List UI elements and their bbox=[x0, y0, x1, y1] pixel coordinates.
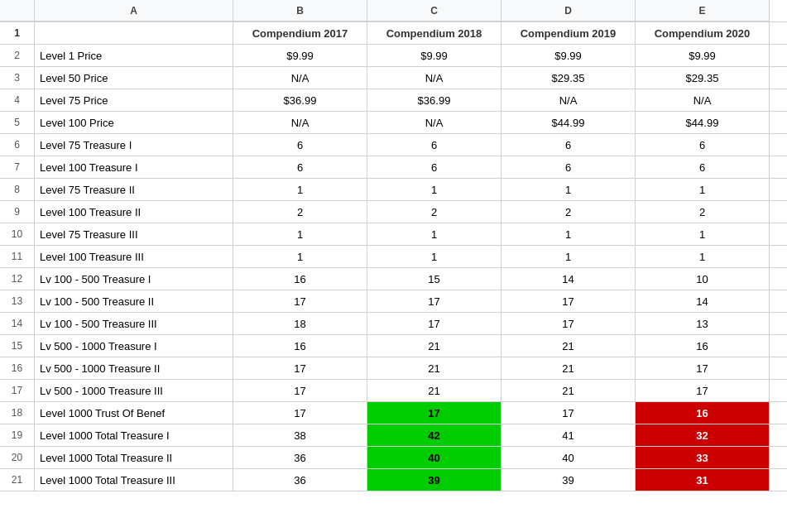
cell-e-2: $9.99 bbox=[636, 45, 770, 66]
cell-e-15: 16 bbox=[636, 335, 770, 357]
col-letter-col-a: A bbox=[35, 0, 233, 22]
table-row: 8Level 75 Treasure II1111 bbox=[0, 179, 787, 201]
cell-a-15: Lv 500 - 1000 Treasure I bbox=[35, 335, 233, 357]
cell-b-21: 36 bbox=[233, 469, 367, 491]
table-row: 4Level 75 Price$36.99$36.99N/AN/A bbox=[0, 89, 787, 112]
cell-d-1: Compendium 2019 bbox=[501, 22, 636, 44]
cell-c-4: $36.99 bbox=[367, 89, 501, 111]
cell-e-1: Compendium 2020 bbox=[636, 22, 770, 44]
cell-b-12: 16 bbox=[233, 268, 367, 290]
row-number: 6 bbox=[0, 134, 35, 156]
col-letter-col-row-num bbox=[0, 0, 35, 22]
cell-c-7: 6 bbox=[367, 156, 501, 178]
table-row: 1Compendium 2017Compendium 2018Compendiu… bbox=[0, 22, 787, 45]
cell-d-8: 1 bbox=[501, 179, 636, 200]
cell-a-5: Level 100 Price bbox=[35, 112, 233, 133]
table-row: 16Lv 500 - 1000 Treasure II17212117 bbox=[0, 357, 787, 380]
row-number: 17 bbox=[0, 380, 35, 401]
row-number: 8 bbox=[0, 179, 35, 200]
cell-c-19: 42 bbox=[367, 424, 501, 446]
row-number: 10 bbox=[0, 223, 35, 245]
cell-e-12: 10 bbox=[636, 268, 770, 290]
cell-c-6: 6 bbox=[367, 134, 501, 156]
row-number: 4 bbox=[0, 89, 35, 111]
row-number: 3 bbox=[0, 67, 35, 89]
cell-b-6: 6 bbox=[233, 134, 367, 156]
cell-b-1: Compendium 2017 bbox=[233, 22, 367, 44]
cell-b-3: N/A bbox=[233, 67, 367, 89]
cell-d-15: 21 bbox=[501, 335, 636, 357]
cell-d-11: 1 bbox=[501, 246, 636, 267]
cell-b-9: 2 bbox=[233, 201, 367, 223]
cell-d-3: $29.35 bbox=[501, 67, 636, 89]
table-row: 5Level 100 PriceN/AN/A$44.99$44.99 bbox=[0, 112, 787, 134]
row-number: 1 bbox=[0, 22, 35, 44]
cell-e-14: 13 bbox=[636, 313, 770, 334]
row-number: 15 bbox=[0, 335, 35, 357]
cell-e-10: 1 bbox=[636, 223, 770, 245]
cell-c-16: 21 bbox=[367, 357, 501, 379]
table-row: 11Level 100 Treasure III1111 bbox=[0, 246, 787, 268]
cell-a-1 bbox=[35, 22, 233, 44]
col-letter-col-d: D bbox=[501, 0, 636, 22]
cell-a-19: Level 1000 Total Treasure I bbox=[35, 424, 233, 446]
row-number: 20 bbox=[0, 447, 35, 468]
cell-d-20: 40 bbox=[501, 447, 636, 468]
col-letter-col-c: C bbox=[367, 0, 501, 22]
table-row: 10Level 75 Treasure III1111 bbox=[0, 223, 787, 246]
row-number: 12 bbox=[0, 268, 35, 290]
cell-c-14: 17 bbox=[367, 313, 501, 334]
cell-a-18: Level 1000 Trust Of Benef bbox=[35, 402, 233, 424]
cell-b-5: N/A bbox=[233, 112, 367, 133]
cell-c-17: 21 bbox=[367, 380, 501, 401]
table-row: 15Lv 500 - 1000 Treasure I16212116 bbox=[0, 335, 787, 357]
row-number: 5 bbox=[0, 112, 35, 133]
cell-d-12: 14 bbox=[501, 268, 636, 290]
cell-a-7: Level 100 Treasure I bbox=[35, 156, 233, 178]
cell-c-15: 21 bbox=[367, 335, 501, 357]
cell-e-21: 31 bbox=[636, 469, 770, 491]
cell-c-20: 40 bbox=[367, 447, 501, 468]
row-number: 7 bbox=[0, 156, 35, 178]
cell-c-5: N/A bbox=[367, 112, 501, 133]
table-row: 6Level 75 Treasure I6666 bbox=[0, 134, 787, 156]
cell-e-20: 33 bbox=[636, 447, 770, 468]
column-letters-row: ABCDE bbox=[0, 0, 787, 22]
cell-a-17: Lv 500 - 1000 Treasure III bbox=[35, 380, 233, 401]
table-row: 9Level 100 Treasure II2222 bbox=[0, 201, 787, 223]
cell-c-18: 17 bbox=[367, 402, 501, 424]
spreadsheet: ABCDE1Compendium 2017Compendium 2018Comp… bbox=[0, 0, 787, 491]
table-row: 21Level 1000 Total Treasure III36393931 bbox=[0, 469, 787, 491]
table-row: 3Level 50 PriceN/AN/A$29.35$29.35 bbox=[0, 67, 787, 89]
cell-c-8: 1 bbox=[367, 179, 501, 200]
cell-b-13: 17 bbox=[233, 290, 367, 312]
cell-a-16: Lv 500 - 1000 Treasure II bbox=[35, 357, 233, 379]
cell-a-13: Lv 100 - 500 Treasure II bbox=[35, 290, 233, 312]
cell-d-13: 17 bbox=[501, 290, 636, 312]
cell-a-14: Lv 100 - 500 Treasure III bbox=[35, 313, 233, 334]
cell-b-15: 16 bbox=[233, 335, 367, 357]
table-row: 13Lv 100 - 500 Treasure II17171714 bbox=[0, 290, 787, 313]
cell-e-17: 17 bbox=[636, 380, 770, 401]
cell-a-20: Level 1000 Total Treasure II bbox=[35, 447, 233, 468]
cell-b-14: 18 bbox=[233, 313, 367, 334]
cell-d-18: 17 bbox=[501, 402, 636, 424]
cell-d-10: 1 bbox=[501, 223, 636, 245]
cell-e-13: 14 bbox=[636, 290, 770, 312]
cell-d-5: $44.99 bbox=[501, 112, 636, 133]
cell-c-10: 1 bbox=[367, 223, 501, 245]
cell-d-7: 6 bbox=[501, 156, 636, 178]
cell-a-10: Level 75 Treasure III bbox=[35, 223, 233, 245]
table-row: 18Level 1000 Trust Of Benef17171716 bbox=[0, 402, 787, 424]
cell-e-5: $44.99 bbox=[636, 112, 770, 133]
cell-c-12: 15 bbox=[367, 268, 501, 290]
cell-d-16: 21 bbox=[501, 357, 636, 379]
cell-e-16: 17 bbox=[636, 357, 770, 379]
col-letter-col-b: B bbox=[233, 0, 367, 22]
table-row: 14Lv 100 - 500 Treasure III18171713 bbox=[0, 313, 787, 335]
cell-a-9: Level 100 Treasure II bbox=[35, 201, 233, 223]
table-row: 19Level 1000 Total Treasure I38424132 bbox=[0, 424, 787, 447]
table-row: 20Level 1000 Total Treasure II36404033 bbox=[0, 447, 787, 469]
cell-e-7: 6 bbox=[636, 156, 770, 178]
cell-b-16: 17 bbox=[233, 357, 367, 379]
